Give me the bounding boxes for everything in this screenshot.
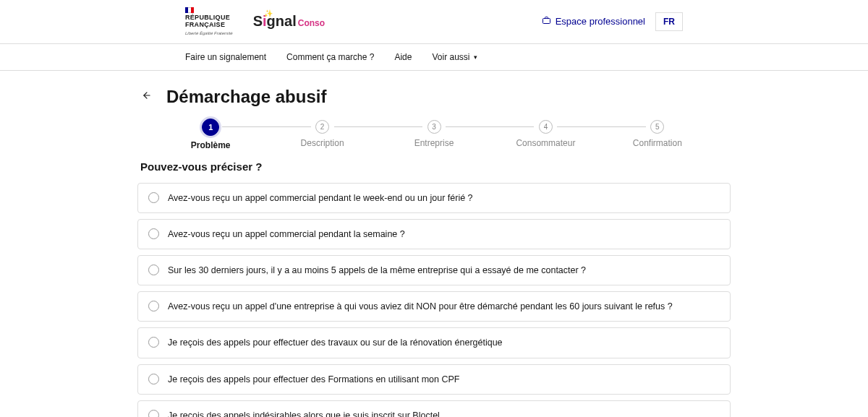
step-label: Problème — [191, 140, 231, 150]
option-label: Je reçois des appels indésirables alors … — [168, 409, 440, 417]
options-list: Avez-vous reçu un appel commercial penda… — [137, 183, 731, 417]
option-cpf[interactable]: Je reçois des appels pour effectuer des … — [137, 364, 731, 395]
header-inner: RÉPUBLIQUE FRANÇAISE Liberté Égalité Fra… — [0, 0, 868, 43]
logo-i: ✨i — [263, 13, 267, 29]
header-right: Espace professionnel FR — [542, 12, 683, 31]
radio-icon — [148, 410, 159, 417]
nav-voir-aussi-label: Voir aussi — [432, 52, 469, 62]
option-label: Avez-vous reçu un appel commercial penda… — [168, 228, 405, 241]
logo-s: S — [253, 13, 263, 29]
step-label: Entreprise — [414, 138, 454, 148]
gov-motto: Liberté Égalité Fraternité — [185, 31, 233, 36]
radio-icon — [148, 337, 159, 348]
option-bloctel[interactable]: Je reçois des appels indésirables alors … — [137, 400, 731, 417]
option-label: Sur les 30 derniers jours, il y a au moi… — [168, 264, 586, 277]
stepper: 1 Problème 2 Description 3 Entreprise 4 … — [137, 120, 731, 150]
question-heading: Pouvez-vous préciser ? — [137, 160, 731, 173]
nav-bar: Faire un signalement Comment ça marche ?… — [0, 44, 868, 71]
espace-pro-link[interactable]: Espace professionnel — [542, 16, 645, 27]
option-label: Avez-vous reçu un appel d'une entreprise… — [168, 300, 673, 313]
step-description: 2 Description — [266, 120, 378, 150]
espace-pro-label: Espace professionnel — [556, 16, 645, 27]
radio-icon — [148, 228, 159, 239]
radio-icon — [148, 192, 159, 203]
option-label: Je reçois des appels pour effectuer des … — [168, 373, 459, 386]
step-confirmation: 5 Confirmation — [602, 120, 713, 150]
nav-item-aide[interactable]: Aide — [394, 44, 412, 70]
page-title: Démarchage abusif — [166, 87, 326, 107]
option-weekday[interactable]: Avez-vous reçu un appel commercial penda… — [137, 219, 731, 249]
step-label: Confirmation — [633, 138, 682, 148]
step-consommateur: 4 Consommateur — [490, 120, 601, 150]
chevron-down-icon: ▾ — [474, 53, 477, 61]
back-button[interactable] — [137, 87, 156, 106]
step-probleme: 1 Problème — [155, 120, 266, 150]
step-number: 3 — [427, 120, 441, 134]
step-number: 2 — [315, 120, 329, 134]
gov-flag-icon — [185, 7, 233, 13]
main: Démarchage abusif 1 Problème 2 Descripti… — [137, 71, 731, 417]
arrow-left-icon — [140, 90, 153, 100]
radio-icon — [148, 265, 159, 275]
step-entreprise: 3 Entreprise — [378, 120, 490, 150]
nav-item-signalement[interactable]: Faire un signalement — [185, 44, 266, 70]
nav-inner: Faire un signalement Comment ça marche ?… — [0, 44, 868, 70]
signalconso-logo[interactable]: S✨ignal Conso — [253, 13, 325, 30]
header-left: RÉPUBLIQUE FRANÇAISE Liberté Égalité Fra… — [185, 7, 325, 36]
radio-icon — [148, 301, 159, 311]
step-number: 1 — [202, 119, 219, 136]
briefcase-icon — [542, 16, 551, 27]
option-label: Avez-vous reçu un appel commercial penda… — [168, 192, 473, 205]
option-weekend-holiday[interactable]: Avez-vous reçu un appel commercial penda… — [137, 183, 731, 213]
nav-item-voir-aussi[interactable]: Voir aussi ▾ — [432, 44, 477, 70]
option-renovation[interactable]: Je reçois des appels pour effectuer des … — [137, 327, 731, 358]
step-label: Description — [301, 138, 344, 148]
option-label: Je reçois des appels pour effectuer des … — [168, 336, 503, 349]
gov-label-2: FRANÇAISE — [185, 22, 233, 29]
step-number: 4 — [539, 120, 553, 134]
nav-item-comment[interactable]: Comment ça marche ? — [286, 44, 374, 70]
step-number: 5 — [650, 120, 664, 134]
step-label: Consommateur — [516, 138, 575, 148]
language-button[interactable]: FR — [655, 12, 683, 31]
svg-rect-0 — [542, 19, 550, 24]
option-said-no[interactable]: Avez-vous reçu un appel d'une entreprise… — [137, 291, 731, 322]
radio-icon — [148, 374, 159, 384]
sparkle-icon: ✨ — [264, 9, 273, 17]
gov-logo: RÉPUBLIQUE FRANÇAISE Liberté Égalité Fra… — [185, 7, 233, 36]
header: RÉPUBLIQUE FRANÇAISE Liberté Égalité Fra… — [0, 0, 868, 44]
logo-conso: Conso — [298, 18, 325, 28]
title-row: Démarchage abusif — [137, 87, 731, 107]
option-5-calls[interactable]: Sur les 30 derniers jours, il y a au moi… — [137, 255, 731, 285]
